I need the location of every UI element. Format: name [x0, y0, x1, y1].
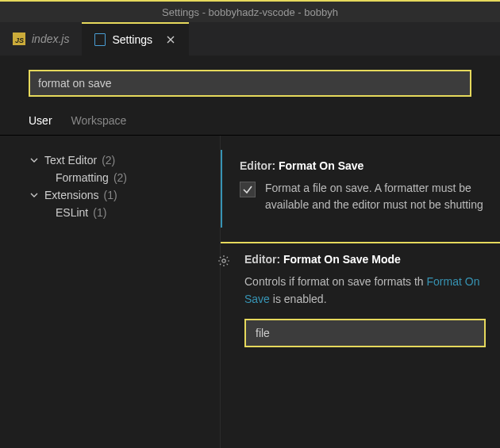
settings-tree: Text Editor (2) Formatting (2) Extension… [0, 136, 221, 448]
select-format-on-save-mode[interactable]: file [244, 319, 486, 347]
tab-index-js[interactable]: JS index.js [0, 22, 82, 56]
javascript-icon: JS [13, 33, 25, 45]
tree-item-formatting[interactable]: Formatting (2) [29, 169, 220, 186]
settings-editor: User Workspace Text Editor (2) Formattin… [0, 56, 500, 448]
scope-tabs: User Workspace [0, 105, 500, 136]
tree-item-text-editor[interactable]: Text Editor (2) [29, 151, 220, 169]
tree-label: Extensions [44, 189, 98, 201]
scope-tab-workspace[interactable]: Workspace [71, 114, 127, 136]
setting-scope: Editor: [240, 159, 279, 172]
setting-name: Format On Save Mode [283, 253, 401, 266]
select-value: file [256, 327, 270, 339]
scope-tab-user[interactable]: User [29, 114, 52, 136]
chevron-down-icon [29, 155, 40, 166]
tree-label: ESLint [56, 206, 88, 219]
gear-icon[interactable] [217, 255, 230, 267]
settings-search-input[interactable] [29, 70, 471, 97]
file-icon [94, 33, 106, 46]
close-icon[interactable] [165, 34, 176, 45]
desc-text: Controls if format on save formats th [244, 275, 424, 288]
tree-count: (1) [93, 206, 106, 219]
setting-description: Format a file on save. A formatter must … [265, 180, 486, 213]
settings-search-row [0, 56, 500, 105]
tab-label: Settings [112, 33, 152, 46]
setting-body: Format a file on save. A formatter must … [240, 180, 486, 213]
setting-format-on-save-mode: Editor: Format On Save Mode Controls if … [221, 242, 500, 362]
tree-count: (2) [113, 171, 127, 184]
settings-body: Text Editor (2) Formatting (2) Extension… [0, 135, 500, 448]
setting-header: Editor: Format On Save [240, 159, 486, 172]
tree-label: Text Editor [44, 154, 97, 167]
window-title: Settings - bobbyhadz-vscode - bobbyh [162, 6, 338, 18]
setting-scope: Editor: [244, 253, 283, 266]
tab-label: index.js [32, 33, 69, 45]
settings-list: Editor: Format On Save Format a file on … [221, 136, 500, 448]
setting-name: Format On Save [279, 159, 363, 172]
tree-item-eslint[interactable]: ESLint (1) [29, 204, 220, 221]
tab-settings[interactable]: Settings [82, 22, 189, 56]
tree-label: Formatting [56, 171, 109, 184]
chevron-down-icon [29, 190, 40, 201]
checkbox-format-on-save[interactable] [240, 182, 256, 197]
editor-tab-bar: JS index.js Settings [0, 22, 500, 56]
svg-point-0 [222, 259, 225, 262]
setting-description: Controls if format on save formats th Fo… [244, 274, 486, 308]
window-title-bar: Settings - bobbyhadz-vscode - bobbyh [0, 0, 500, 22]
setting-header: Editor: Format On Save Mode [244, 253, 486, 266]
tree-count: (2) [102, 154, 115, 167]
tree-count: (1) [103, 189, 117, 201]
desc-text: is enabled. [270, 293, 327, 305]
setting-format-on-save: Editor: Format On Save Format a file on … [221, 150, 500, 228]
tree-item-extensions[interactable]: Extensions (1) [29, 186, 220, 204]
